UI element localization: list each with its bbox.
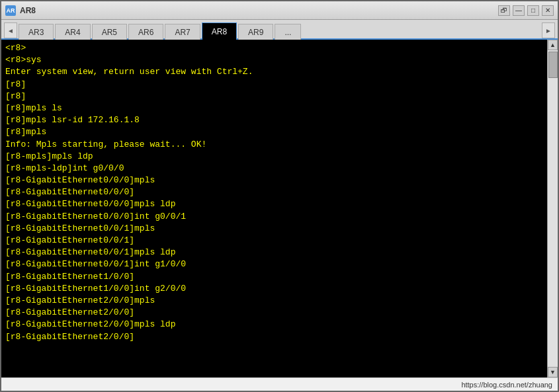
app-icon: AR [5,5,16,16]
scrollbar-down-button[interactable]: ▼ [548,367,558,377]
tab-ar9[interactable]: AR9 [238,24,273,40]
terminal-line: [r8-GigabitEthernet0/0/1] [5,235,543,247]
scrollbar: ▲ ▼ [547,40,558,377]
terminal-line: [r8-GigabitEthernet0/0/0] [5,186,543,198]
scrollbar-track[interactable] [548,50,558,367]
terminal-line: [r8-GigabitEthernet0/0/1]mpls [5,223,543,235]
terminal-line: [r8] [5,79,543,91]
tab-ar7[interactable]: AR7 [165,24,200,40]
status-text: https://blog.csdn.net/zhuang [461,381,552,389]
terminal-line: [r8-GigabitEthernet0/0/1]mpls ldp [5,247,543,258]
scrollbar-thumb[interactable] [548,52,558,78]
tab-ar6[interactable]: AR6 [128,24,163,40]
status-bar: https://blog.csdn.net/zhuang [1,377,558,391]
terminal-line: Info: Mpls starting, please wait... OK! [5,139,543,151]
terminal-area: <r8><r8>sysEnter system view, return use… [1,40,558,377]
terminal-line: [r8-GigabitEthernet1/0/0]int g2/0/0 [5,283,543,295]
terminal-line: [r8-GigabitEthernet0/0/1]int g1/0/0 [5,258,543,270]
terminal-line: <r8> [5,42,543,54]
title-bar: AR AR8 🗗 — □ ✕ [1,1,558,20]
scrollbar-up-button[interactable]: ▲ [548,40,558,50]
restore-button[interactable]: 🗗 [498,5,510,16]
terminal-line: Enter system view, return user view with… [5,66,543,78]
title-controls: 🗗 — □ ✕ [498,5,554,16]
tab-ar3[interactable]: AR3 [19,24,54,40]
terminal-line: [r8-GigabitEthernet2/0/0] [5,307,543,319]
close-button[interactable]: ✕ [542,5,554,16]
terminal-line: [r8-GigabitEthernet0/0/0]int g0/0/1 [5,211,543,223]
tab-bar: ◄ AR3 AR4 AR5 AR6 AR7 AR8 AR9 ... ► [1,20,558,40]
tab-ar4[interactable]: AR4 [55,24,90,40]
tab-ar5[interactable]: AR5 [92,24,127,40]
terminal-line: [r8-GigabitEthernet1/0/0] [5,271,543,283]
minimize-button[interactable]: — [513,5,525,16]
terminal-line: [r8-mpls-ldp]int g0/0/0 [5,163,543,175]
terminal-line: [r8] [5,91,543,102]
terminal-line: [r8-GigabitEthernet0/0/0]mpls ldp [5,198,543,210]
main-window: AR AR8 🗗 — □ ✕ ◄ AR3 AR4 AR5 AR6 AR7 AR8… [0,0,559,392]
tab-next-button[interactable]: ► [542,22,555,38]
title-bar-left: AR AR8 [5,5,36,16]
window-title: AR8 [20,6,36,15]
terminal-output[interactable]: <r8><r8>sysEnter system view, return use… [1,40,547,377]
terminal-line: [r8]mpls [5,126,543,138]
terminal-line: [r8-GigabitEthernet2/0/0]mpls [5,295,543,307]
terminal-line: [r8-GigabitEthernet2/0/0] [5,331,543,343]
terminal-line: [r8]mpls lsr-id 172.16.1.8 [5,114,543,126]
terminal-line: [r8-GigabitEthernet0/0/0]mpls [5,175,543,186]
terminal-line: [r8-mpls]mpls ldp [5,151,543,163]
tab-more[interactable]: ... [275,24,301,40]
tab-ar8[interactable]: AR8 [202,22,237,40]
terminal-line: [r8-GigabitEthernet2/0/0]mpls ldp [5,319,543,331]
terminal-line: [r8]mpls ls [5,102,543,114]
maximize-button[interactable]: □ [527,5,539,16]
terminal-line: <r8>sys [5,54,543,66]
tab-prev-button[interactable]: ◄ [4,22,17,38]
